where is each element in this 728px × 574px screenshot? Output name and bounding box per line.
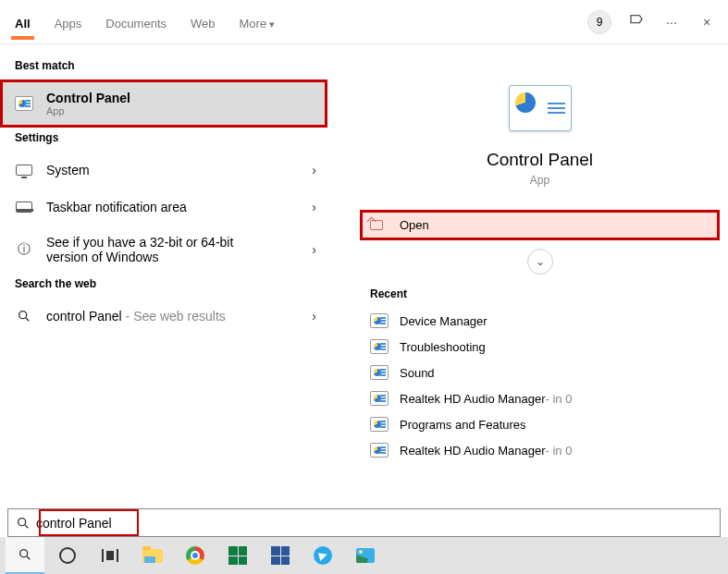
tab-web[interactable]: Web (187, 4, 219, 40)
preview-pane: Control Panel App Open ⌄ Recent Device M… (327, 44, 728, 504)
taskbar-excel[interactable] (218, 537, 257, 574)
control-panel-icon (370, 417, 389, 432)
recent-item[interactable]: Troubleshooting (361, 334, 719, 360)
recent-item[interactable]: Programs and Features (361, 411, 719, 437)
settings-item-system[interactable]: System › (0, 152, 327, 189)
monitor-icon (15, 161, 33, 179)
svg-point-2 (19, 518, 26, 525)
recent-item[interactable]: Realtek HD Audio Manager - in 0 (361, 385, 719, 411)
control-panel-icon (15, 94, 33, 113)
section-settings: Settings (0, 128, 327, 152)
more-icon[interactable]: ··· (661, 15, 682, 30)
search-icon (15, 307, 33, 325)
control-panel-icon (370, 365, 389, 380)
chevron-right-icon: › (312, 242, 316, 257)
open-icon (370, 220, 387, 230)
taskview-icon (102, 549, 118, 562)
taskbar-chrome[interactable] (176, 537, 215, 574)
taskbar-taskview[interactable] (91, 537, 130, 574)
search-input[interactable]: control Panel (36, 516, 112, 531)
taskbar-search[interactable] (6, 537, 44, 574)
tab-more[interactable]: More▾ (236, 4, 279, 40)
tab-documents[interactable]: Documents (102, 4, 170, 40)
settings-item-taskbar[interactable]: Taskbar notification area › (0, 189, 327, 226)
taskbar-word[interactable] (261, 537, 300, 574)
cortana-icon (59, 547, 76, 564)
taskbar (0, 537, 728, 574)
file-explorer-icon (142, 549, 163, 563)
taskbar-explorer[interactable] (133, 537, 172, 574)
recent-item[interactable]: Device Manager (361, 308, 719, 334)
chevron-right-icon: › (312, 163, 316, 177)
taskbar-telegram[interactable] (303, 537, 342, 574)
control-panel-icon (370, 313, 389, 328)
recent-item[interactable]: Sound (361, 360, 719, 385)
taskbar-photos[interactable] (346, 537, 385, 574)
top-right-controls: 9 ··· × (587, 10, 717, 34)
telegram-icon (314, 546, 332, 565)
main-split: Best match Control Panel App Settings Sy… (0, 44, 728, 504)
close-icon[interactable]: × (697, 15, 717, 30)
control-panel-icon (370, 443, 389, 458)
chevron-right-icon: › (312, 200, 316, 214)
excel-icon (228, 546, 247, 565)
section-search-web: Search the web (0, 274, 327, 298)
top-tabs-bar: All Apps Documents Web More▾ 9 ··· × (0, 0, 728, 44)
search-input-row[interactable]: control Panel (7, 508, 721, 537)
result-control-panel[interactable]: Control Panel App (0, 79, 327, 128)
svg-line-3 (25, 525, 28, 528)
recent-item[interactable]: Realtek HD Audio Manager - in 0 (361, 437, 719, 463)
web-result[interactable]: control Panel - See web results › (0, 298, 327, 335)
section-recent: Recent (361, 284, 719, 308)
svg-point-4 (20, 550, 28, 557)
svg-point-0 (19, 311, 27, 319)
svg-line-5 (27, 556, 30, 559)
rewards-badge[interactable]: 9 (587, 10, 611, 34)
tab-apps[interactable]: Apps (51, 4, 86, 40)
control-panel-icon (370, 339, 389, 354)
results-pane: Best match Control Panel App Settings Sy… (0, 44, 327, 504)
result-title: Control Panel (46, 91, 130, 105)
taskbar-icon (15, 198, 33, 216)
action-open[interactable]: Open (361, 211, 719, 239)
result-subtitle: App (46, 105, 130, 116)
chevron-right-icon: › (312, 309, 316, 324)
info-icon: ⓘ (15, 240, 33, 259)
photos-icon (356, 548, 375, 563)
chevron-down-icon: ▾ (269, 18, 275, 30)
feedback-icon[interactable] (626, 13, 647, 31)
preview-app-icon (509, 85, 572, 131)
settings-item-bitness[interactable]: ⓘ See if you have a 32-bit or 64-bit ver… (0, 226, 327, 274)
tab-all[interactable]: All (11, 4, 34, 40)
word-icon (271, 546, 290, 565)
expand-actions[interactable]: ⌄ (527, 249, 553, 275)
chrome-icon (186, 546, 204, 565)
taskbar-cortana[interactable] (48, 537, 87, 574)
search-icon (16, 516, 31, 531)
section-best-match: Best match (0, 55, 327, 79)
control-panel-icon (370, 391, 389, 406)
preview-title: Control Panel (361, 150, 719, 170)
preview-subtitle: App (361, 174, 719, 187)
svg-line-1 (26, 318, 29, 321)
recent-list: Device Manager Troubleshooting Sound Rea… (361, 308, 719, 463)
tabs: All Apps Documents Web More▾ (11, 0, 278, 43)
